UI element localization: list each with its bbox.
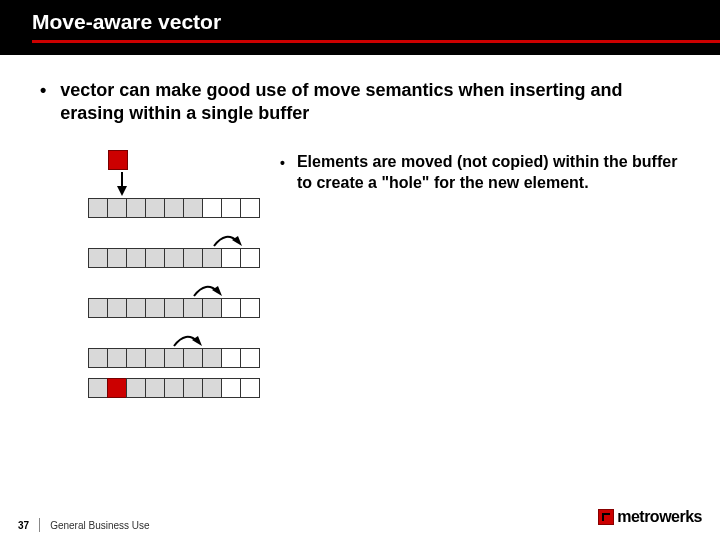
- diagram-step: [88, 150, 260, 218]
- cell-filled: [164, 348, 184, 368]
- cell-filled: [145, 378, 165, 398]
- cell-filled: [164, 248, 184, 268]
- footer-label: General Business Use: [50, 520, 150, 531]
- cell-empty: [240, 198, 260, 218]
- new-element-cell: [108, 150, 128, 170]
- content-area: • vector can make good use of move seman…: [0, 55, 720, 408]
- cell-filled: [145, 298, 165, 318]
- diagram-step: [88, 228, 260, 268]
- buffer-row: [88, 198, 260, 218]
- cell-filled: [145, 198, 165, 218]
- diagram-step: [88, 328, 260, 368]
- cell-empty: [221, 348, 241, 368]
- cell-filled: [202, 348, 222, 368]
- logo-mark-icon: [598, 509, 614, 525]
- cell-filled: [202, 298, 222, 318]
- slide-title: Move-aware vector: [32, 10, 720, 34]
- cell-empty: [221, 198, 241, 218]
- sub-bullet-text: Elements are moved (not copied) within t…: [297, 152, 680, 194]
- cell-filled: [202, 378, 222, 398]
- cell-filled: [164, 378, 184, 398]
- footer: 37 General Business Use metrowerks: [0, 518, 720, 532]
- main-bullet: • vector can make good use of move seman…: [40, 79, 680, 126]
- cell-filled: [88, 348, 108, 368]
- cell-empty: [221, 298, 241, 318]
- sub-bullet-area: • Elements are moved (not copied) within…: [280, 146, 680, 194]
- main-bullet-text: vector can make good use of move semanti…: [60, 79, 680, 126]
- cell-filled: [183, 348, 203, 368]
- cell-filled: [88, 298, 108, 318]
- cell-filled: [145, 248, 165, 268]
- logo: metrowerks: [598, 508, 702, 526]
- move-arrow-icon: [208, 228, 260, 248]
- cell-filled: [88, 248, 108, 268]
- diagram-step: [88, 378, 260, 398]
- cell-filled: [107, 348, 127, 368]
- cell-filled: [183, 298, 203, 318]
- cell-filled: [88, 198, 108, 218]
- cell-filled: [126, 298, 146, 318]
- cell-empty: [202, 198, 222, 218]
- cell-new-element: [107, 378, 127, 398]
- cell-filled: [107, 298, 127, 318]
- buffer-row: [88, 348, 260, 368]
- cell-empty: [240, 248, 260, 268]
- buffer-row: [88, 248, 260, 268]
- cell-filled: [126, 198, 146, 218]
- cell-empty: [221, 248, 241, 268]
- bullet-marker: •: [280, 152, 285, 194]
- move-arrow-icon: [188, 278, 260, 298]
- cell-filled: [126, 378, 146, 398]
- logo-text: metrowerks: [617, 508, 702, 526]
- cell-empty: [240, 378, 260, 398]
- buffer-row: [88, 378, 260, 398]
- cell-filled: [107, 198, 127, 218]
- cell-filled: [126, 348, 146, 368]
- sub-bullet: • Elements are moved (not copied) within…: [280, 152, 680, 194]
- cell-filled: [164, 198, 184, 218]
- title-bar: Move-aware vector: [0, 0, 720, 55]
- svg-marker-1: [117, 186, 127, 196]
- bullet-marker: •: [40, 79, 46, 126]
- cell-empty: [240, 298, 260, 318]
- cell-filled: [126, 248, 146, 268]
- cell-filled: [107, 248, 127, 268]
- cell-filled: [183, 378, 203, 398]
- footer-divider: [39, 518, 40, 532]
- buffer-row: [88, 298, 260, 318]
- cell-filled: [183, 198, 203, 218]
- cell-filled: [88, 378, 108, 398]
- cell-empty: [240, 348, 260, 368]
- insert-arrow-icon: [116, 172, 260, 196]
- cell-filled: [145, 348, 165, 368]
- move-arrow-icon: [168, 328, 260, 348]
- cell-filled: [202, 248, 222, 268]
- cell-filled: [164, 298, 184, 318]
- title-underline: [32, 40, 720, 43]
- diagram-and-sub: • Elements are moved (not copied) within…: [40, 146, 680, 408]
- cell-filled: [183, 248, 203, 268]
- page-number: 37: [18, 520, 39, 531]
- diagram-step: [88, 278, 260, 318]
- diagram: [88, 150, 260, 408]
- cell-empty: [221, 378, 241, 398]
